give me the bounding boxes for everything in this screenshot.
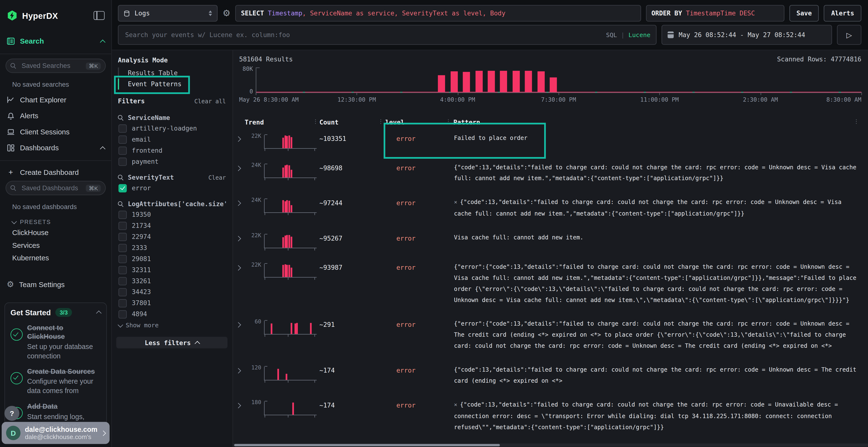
- filter-checkbox-row[interactable]: error: [111, 182, 232, 194]
- filter-checkbox-row[interactable]: 37801: [111, 298, 232, 309]
- checkbox[interactable]: [118, 299, 127, 307]
- mode-results-table[interactable]: Results Table: [119, 67, 233, 78]
- select-clause-input[interactable]: SELECT Timestamp, ServiceName as service…: [236, 5, 641, 22]
- sidebar-item-search[interactable]: Search: [0, 33, 111, 49]
- search-icon[interactable]: [118, 115, 124, 121]
- row-expand-icon[interactable]: [236, 136, 241, 142]
- checkbox[interactable]: [118, 243, 127, 252]
- user-menu[interactable]: D dale@clickhouse.com dale@clickhouse.co…: [2, 422, 110, 444]
- column-level[interactable]: ⋮level: [385, 118, 452, 126]
- saved-dashboards-input[interactable]: ⌘K: [5, 181, 106, 195]
- row-expand-icon[interactable]: [236, 403, 241, 409]
- lucene-toggle[interactable]: Lucene: [628, 31, 650, 38]
- checkbox[interactable]: [118, 157, 127, 166]
- scrollbar-thumb[interactable]: [234, 444, 500, 446]
- help-button[interactable]: ?: [4, 406, 19, 421]
- histogram-bar[interactable]: [550, 77, 557, 92]
- presets-toggle[interactable]: PRESETS: [0, 214, 111, 227]
- filter-checkbox-row[interactable]: 29081: [111, 253, 232, 265]
- get-started-item[interactable]: Connect to ClickHouse Set up your databa…: [10, 324, 101, 360]
- histogram-bar[interactable]: [451, 71, 458, 93]
- table-options-icon[interactable]: ⋮: [854, 118, 859, 124]
- column-pattern[interactable]: ⋮Pattern⋮: [452, 118, 868, 126]
- checkbox[interactable]: [118, 288, 127, 296]
- histogram-bar[interactable]: [475, 71, 483, 92]
- horizontal-scrollbar[interactable]: [232, 443, 868, 447]
- event-search-input[interactable]: SQL | Lucene: [118, 25, 656, 45]
- filter-checkbox-row[interactable]: frontend: [111, 145, 232, 156]
- column-trend[interactable]: Trend: [245, 118, 319, 126]
- table-row[interactable]: 24K~98698error{"code":13,"details":"fail…: [235, 163, 868, 183]
- checkbox[interactable]: [118, 210, 127, 219]
- column-count[interactable]: ⋮Count: [319, 118, 385, 126]
- create-dashboard-button[interactable]: + Create Dashboard: [0, 165, 111, 178]
- checkbox[interactable]: [118, 124, 127, 132]
- query-language-toggle[interactable]: SQL | Lucene: [606, 31, 650, 38]
- checkbox[interactable]: [118, 277, 127, 285]
- histogram-bar[interactable]: [463, 72, 470, 92]
- row-expand-icon[interactable]: [236, 368, 241, 374]
- row-expand-icon[interactable]: [236, 236, 241, 241]
- row-expand-icon[interactable]: [236, 265, 241, 271]
- checkbox-checked[interactable]: [118, 184, 127, 192]
- search-icon[interactable]: [118, 174, 124, 180]
- sidebar-collapse-icon[interactable]: [94, 11, 105, 20]
- histogram-bar[interactable]: [488, 71, 495, 92]
- checkbox[interactable]: [118, 221, 127, 230]
- filter-checkbox-row[interactable]: 33261: [111, 275, 232, 286]
- histogram-bar[interactable]: [525, 71, 532, 92]
- sidebar-item-team-settings[interactable]: ⚙ Team Settings: [0, 276, 111, 293]
- filter-checkbox-row[interactable]: 4894: [111, 309, 232, 319]
- filter-clear-button[interactable]: Clear: [208, 174, 226, 181]
- filter-checkbox-row[interactable]: artillery-loadgen: [111, 123, 232, 134]
- checkbox[interactable]: [118, 266, 127, 274]
- table-row[interactable]: 120~174error{"code":13,"details":"failed…: [235, 366, 868, 386]
- preset-clickhouse[interactable]: ClickHouse: [0, 226, 111, 239]
- filter-checkbox-row[interactable]: email: [111, 134, 232, 145]
- sql-toggle[interactable]: SQL: [606, 31, 617, 38]
- saved-searches-input[interactable]: ⌘K: [5, 59, 106, 73]
- checkbox[interactable]: [118, 310, 127, 318]
- table-row[interactable]: 24K~97244error×{"code":13,"details":"fai…: [235, 198, 868, 219]
- checkbox[interactable]: [118, 232, 127, 241]
- checkbox[interactable]: [118, 254, 127, 263]
- source-select[interactable]: Logs: [118, 5, 217, 22]
- time-range-picker[interactable]: May 26 08:52:44 - May 27 08:52:44: [661, 25, 832, 45]
- event-search-field[interactable]: [124, 30, 601, 39]
- less-filters-button[interactable]: Less filters: [116, 337, 227, 348]
- exclude-x-icon[interactable]: ×: [454, 199, 457, 205]
- histogram-bar[interactable]: [538, 71, 545, 93]
- exclude-x-icon[interactable]: ×: [454, 402, 457, 408]
- filter-checkbox-row[interactable]: 21734: [111, 220, 232, 231]
- show-more-button[interactable]: Show more: [111, 319, 232, 329]
- table-row[interactable]: 180~174error×{"code":13,"details":"faile…: [235, 400, 868, 432]
- get-started-item[interactable]: Create Data Sources Configure where your…: [10, 368, 101, 395]
- source-settings-gear-icon[interactable]: ⚙: [222, 9, 230, 18]
- preset-services[interactable]: Services: [0, 239, 111, 252]
- saved-dashboards-field[interactable]: [21, 183, 82, 193]
- filter-checkbox-row[interactable]: 32311: [111, 264, 232, 275]
- histogram-bar[interactable]: [438, 75, 445, 92]
- saved-searches-field[interactable]: [21, 61, 82, 70]
- table-row[interactable]: 60~291error{"error":{"code":13,"details"…: [235, 319, 868, 351]
- table-row[interactable]: 22K~103351errorFailed to place order: [235, 134, 868, 149]
- preset-kubernetes[interactable]: Kubernetes: [0, 252, 111, 265]
- filter-checkbox-row[interactable]: 2333: [111, 242, 232, 253]
- histogram-bar[interactable]: [513, 71, 520, 92]
- checkbox[interactable]: [118, 135, 127, 143]
- filter-checkbox-row[interactable]: 22974: [111, 231, 232, 242]
- checkbox[interactable]: [118, 146, 127, 154]
- run-query-button[interactable]: ▷: [837, 25, 861, 45]
- row-expand-icon[interactable]: [236, 166, 241, 171]
- clear-all-button[interactable]: Clear all: [194, 98, 226, 105]
- row-expand-icon[interactable]: [236, 322, 241, 328]
- table-row[interactable]: 22K~95267errorVisa cache full: cannot ad…: [235, 233, 868, 248]
- sidebar-item-alerts[interactable]: Alerts: [0, 108, 111, 124]
- histogram-bar[interactable]: [500, 71, 507, 92]
- alerts-button[interactable]: Alerts: [824, 5, 861, 22]
- sidebar-item-dashboards[interactable]: Dashboards: [0, 140, 111, 156]
- filter-checkbox-row[interactable]: 34423: [111, 286, 232, 298]
- order-by-input[interactable]: ORDER BY TimestampTime DESC: [646, 5, 784, 22]
- table-row[interactable]: 22K~93987error{"error":{"code":13,"detai…: [235, 263, 868, 305]
- filter-checkbox-row[interactable]: payment: [111, 156, 232, 167]
